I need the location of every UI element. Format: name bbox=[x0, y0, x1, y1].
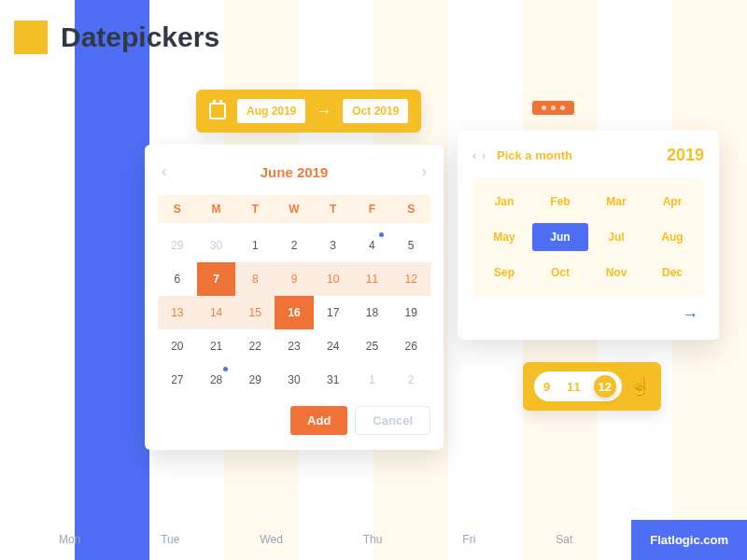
hour-option-selected[interactable]: 12 bbox=[594, 375, 616, 398]
calendar-day[interactable]: 9 bbox=[275, 262, 314, 296]
month-picker-panel: ‹ › Pick a month 2019 JanFebMarAprMayJun… bbox=[458, 131, 719, 340]
weekday-label: F bbox=[353, 203, 392, 216]
month-cell[interactable]: Sep bbox=[476, 259, 532, 287]
calendar-day[interactable]: 1 bbox=[235, 229, 275, 262]
calendar-day[interactable]: 13 bbox=[158, 296, 197, 329]
footer-day-label: Thu bbox=[363, 533, 383, 546]
calendar-day[interactable]: 6 bbox=[158, 262, 197, 296]
weekday-label: W bbox=[275, 203, 314, 216]
prev-month-button[interactable]: ‹ bbox=[158, 160, 170, 184]
calendar-panel: ‹ June 2019 › SMTWTFS 293012345678910111… bbox=[145, 145, 444, 450]
calendar-day[interactable]: 19 bbox=[391, 296, 430, 329]
month-cell[interactable]: Oct bbox=[532, 259, 588, 287]
month-cell[interactable]: Mar bbox=[588, 188, 644, 216]
calendar-day[interactable]: 28 bbox=[197, 363, 236, 397]
weekday-label: M bbox=[197, 203, 236, 216]
month-cell[interactable]: Feb bbox=[532, 188, 588, 216]
month-picker-label: Pick a month bbox=[497, 148, 572, 162]
footer-day-label: Tue bbox=[161, 533, 179, 546]
footer-day-label: Mon bbox=[59, 533, 80, 546]
weekday-label: S bbox=[391, 203, 430, 216]
calendar-days-grid: 2930123456789101112131415161718192021222… bbox=[158, 229, 430, 397]
month-cell[interactable]: Jul bbox=[588, 223, 644, 251]
calendar-day[interactable]: 26 bbox=[391, 329, 430, 363]
calendar-day[interactable]: 29 bbox=[235, 363, 275, 397]
cancel-button[interactable]: Cancel bbox=[355, 406, 430, 435]
month-cell[interactable]: Aug bbox=[644, 223, 700, 251]
calendar-day[interactable]: 21 bbox=[197, 329, 236, 363]
pointer-icon: ☝ bbox=[629, 376, 650, 397]
calendar-day[interactable]: 12 bbox=[391, 262, 430, 296]
calendar-day[interactable]: 3 bbox=[314, 229, 353, 262]
footer-day-label: Fri bbox=[462, 533, 475, 546]
calendar-day[interactable]: 30 bbox=[197, 229, 236, 262]
title-accent-icon bbox=[14, 21, 48, 54]
calendar-day[interactable]: 11 bbox=[353, 262, 392, 296]
calendar-day[interactable]: 7 bbox=[197, 262, 236, 296]
month-cell[interactable]: Jan bbox=[476, 188, 532, 216]
weekday-label: S bbox=[158, 203, 197, 216]
calendar-day[interactable]: 24 bbox=[314, 329, 353, 363]
month-cell[interactable]: Apr bbox=[644, 188, 700, 216]
month-cell[interactable]: Jun bbox=[532, 223, 588, 251]
calendar-day[interactable]: 29 bbox=[158, 229, 197, 262]
weekday-label: T bbox=[235, 203, 275, 216]
page-title: Datepickers bbox=[14, 21, 219, 54]
month-next-button[interactable]: › bbox=[482, 149, 486, 162]
calendar-day[interactable]: 18 bbox=[353, 296, 392, 329]
add-button[interactable]: Add bbox=[290, 406, 347, 435]
window-dots-icon bbox=[532, 101, 574, 115]
calendar-day[interactable]: 4 bbox=[353, 229, 392, 262]
hour-option[interactable]: 11 bbox=[563, 378, 584, 396]
calendar-day[interactable]: 5 bbox=[391, 229, 430, 262]
range-from-chip[interactable]: Aug 2019 bbox=[237, 99, 305, 123]
date-range-picker[interactable]: Aug 2019 → Oct 2019 bbox=[196, 90, 421, 133]
weekday-header: SMTWTFS bbox=[158, 195, 430, 223]
hour-option[interactable]: 9 bbox=[540, 378, 554, 396]
month-grid: JanFebMarAprMayJunJulAugSepOctNovDec bbox=[472, 178, 704, 296]
footer-day-label: Wed bbox=[260, 533, 282, 546]
brand-link[interactable]: Flatlogic.com bbox=[631, 520, 747, 560]
calendar-day[interactable]: 2 bbox=[391, 363, 430, 397]
weekday-label: T bbox=[314, 203, 353, 216]
calendar-day[interactable]: 15 bbox=[235, 296, 275, 329]
calendar-month-title: June 2019 bbox=[261, 164, 329, 180]
calendar-day[interactable]: 2 bbox=[275, 229, 314, 262]
calendar-day[interactable]: 1 bbox=[353, 363, 392, 397]
calendar-day[interactable]: 31 bbox=[314, 363, 353, 397]
footer-day-label: Sat bbox=[556, 533, 572, 546]
calendar-day[interactable]: 25 bbox=[353, 329, 392, 363]
month-cell[interactable]: Dec bbox=[644, 259, 700, 287]
next-month-button[interactable]: › bbox=[418, 160, 430, 184]
calendar-day[interactable]: 22 bbox=[235, 329, 275, 363]
calendar-day[interactable]: 10 bbox=[314, 262, 353, 296]
footer: MonTueWedThuFriSat Flatlogic.com bbox=[0, 519, 747, 560]
calendar-day[interactable]: 30 bbox=[275, 363, 314, 397]
calendar-day[interactable]: 23 bbox=[275, 329, 314, 363]
month-cell[interactable]: Nov bbox=[588, 259, 644, 287]
calendar-day[interactable]: 20 bbox=[158, 329, 197, 363]
calendar-day[interactable]: 16 bbox=[275, 296, 314, 329]
calendar-day[interactable]: 17 bbox=[314, 296, 353, 329]
calendar-day[interactable]: 14 bbox=[197, 296, 236, 329]
month-cell[interactable]: May bbox=[476, 223, 532, 251]
month-prev-button[interactable]: ‹ bbox=[472, 149, 476, 162]
range-to-chip[interactable]: Oct 2019 bbox=[343, 99, 408, 123]
arrow-right-icon: → bbox=[317, 103, 331, 119]
footer-weekdays: MonTueWedThuFriSat bbox=[0, 533, 631, 546]
hour-picker[interactable]: 9 11 12 ☝ bbox=[523, 362, 661, 411]
calendar-day[interactable]: 8 bbox=[235, 262, 275, 296]
title-text: Datepickers bbox=[61, 21, 219, 53]
calendar-day[interactable]: 27 bbox=[158, 363, 197, 397]
month-picker-year: 2019 bbox=[667, 146, 704, 165]
calendar-icon bbox=[209, 103, 226, 119]
confirm-arrow-button[interactable]: → bbox=[472, 305, 704, 325]
